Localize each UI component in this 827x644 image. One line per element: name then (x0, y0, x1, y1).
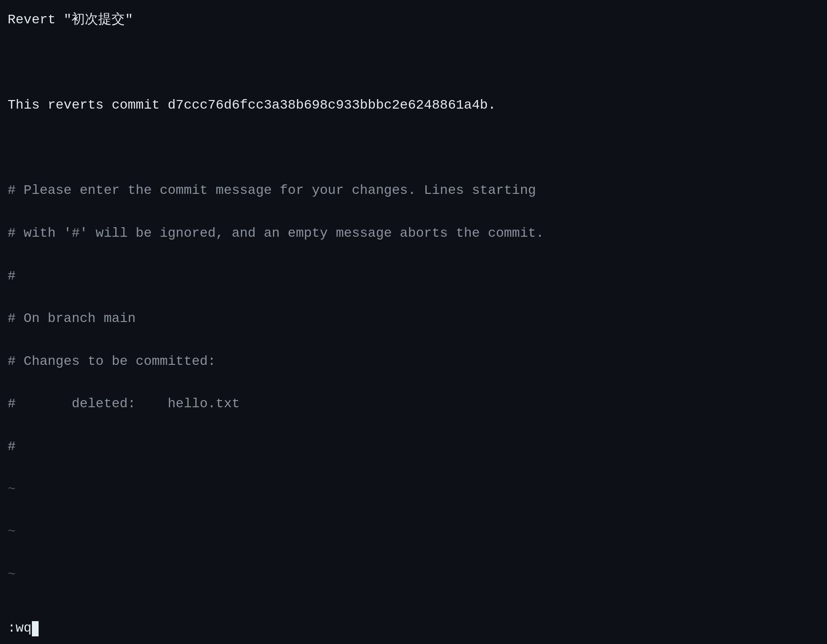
line-empty-2 (8, 138, 819, 159)
line-comment-6: # deleted: hello.txt (8, 393, 819, 415)
editor-content: Revert "初次提交" This reverts commit d7ccc7… (8, 10, 819, 644)
line-comment-1: # Please enter the commit message for yo… (8, 180, 819, 201)
line-comment-5: # Changes to be committed: (8, 351, 819, 372)
tilde-3: ~ (8, 564, 819, 586)
line-empty-1 (8, 52, 819, 74)
cursor (32, 621, 39, 636)
line-title: Revert "初次提交" (8, 10, 819, 31)
line-comment-4: # On branch main (8, 308, 819, 330)
status-bar: :wq (0, 613, 827, 644)
line-comment-2: # with '#' will be ignored, and an empty… (8, 223, 819, 244)
tilde-1: ~ (8, 479, 819, 501)
command-input[interactable]: :wq (8, 618, 31, 639)
line-comment-7: # (8, 436, 819, 458)
line-comment-3: # (8, 266, 819, 287)
tilde-2: ~ (8, 522, 819, 543)
line-revert-body: This reverts commit d7ccc76d6fcc3a38b698… (8, 95, 819, 116)
